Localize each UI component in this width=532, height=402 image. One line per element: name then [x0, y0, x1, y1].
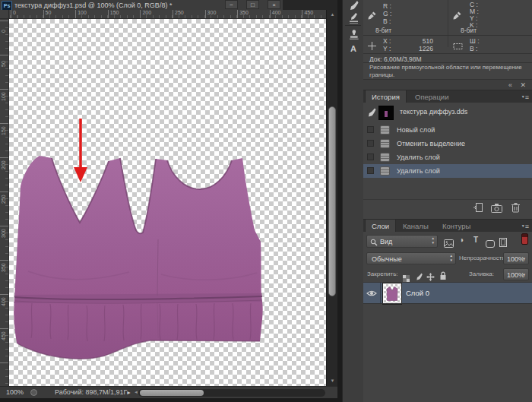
horizontal-scrollbar[interactable]: [138, 389, 325, 397]
document-status-bar: 100% Рабочий: 898,7M/1,91Г ► ◄: [0, 386, 337, 398]
history-source-checkbox[interactable]: [367, 154, 374, 160]
filter-type-layers-icon[interactable]: T: [473, 236, 478, 244]
history-state-icon: [380, 139, 390, 148]
y-label: Y :: [383, 46, 391, 52]
filter-pixel-layers-icon[interactable]: [444, 237, 454, 251]
tab-paths[interactable]: Контуры: [436, 220, 477, 233]
scroll-up-icon[interactable]: ▲: [327, 11, 338, 19]
photoshop-app: Ps текстура диффуз1.psd @ 100% (Слой 0, …: [0, 0, 532, 402]
history-state-row[interactable]: Удалить слой: [363, 150, 532, 164]
opacity-input[interactable]: 100% ▼: [503, 252, 529, 264]
select-arrows-icon: ▲▼: [432, 236, 435, 245]
lock-all-padlock-icon[interactable]: [439, 270, 447, 283]
ruler-left-label: 250: [1, 195, 7, 204]
lock-row: Закрепить: Заливка: 100% ▼: [363, 267, 532, 283]
horizontal-scrollbar-thumb[interactable]: [140, 390, 204, 396]
zoom-level[interactable]: 100%: [6, 387, 24, 398]
document-titlebar[interactable]: Ps текстура диффуз1.psd @ 100% (Слой 0, …: [0, 0, 337, 11]
canvas-area[interactable]: [9, 19, 326, 386]
new-document-from-state-icon[interactable]: [473, 202, 485, 213]
ruler-origin-box[interactable]: [0, 10, 9, 19]
titlebar-filler: [283, 0, 337, 10]
history-state-label: Отменить выделение: [397, 137, 465, 150]
tab-channels[interactable]: Каналы: [397, 220, 435, 233]
ruler-top-label: 50: [46, 10, 52, 16]
vertical-scrollbar[interactable]: ▲ ▼: [326, 10, 337, 386]
character-panel-icon[interactable]: A: [347, 43, 359, 55]
history-state-icon: [380, 153, 390, 162]
layer-filtering-toggle[interactable]: [521, 233, 528, 245]
blend-mode-select[interactable]: Обычные ▲▼: [366, 252, 456, 264]
ruler-top-label: 100: [78, 10, 87, 16]
width-label: Ш :: [470, 38, 480, 45]
status-menu-arrow-icon[interactable]: ►: [126, 387, 131, 398]
ruler-top-label: 200: [142, 10, 151, 16]
minimize-button[interactable]: −: [225, 0, 238, 9]
rgb-depth-label[interactable]: 8-бит: [375, 27, 391, 34]
history-tabbar: История Операции ▼≡: [363, 90, 532, 103]
close-button[interactable]: ×: [268, 0, 280, 9]
horizontal-ruler[interactable]: 050100150200250300350400450500: [9, 10, 326, 19]
layers-divider: [363, 303, 532, 304]
filter-select-value: Вид: [380, 236, 392, 247]
layers-panel-menu-icon[interactable]: ▼≡: [521, 221, 529, 232]
cmyk-depth-label[interactable]: 8-бит: [461, 27, 477, 34]
ruler-top-label: 350: [239, 10, 249, 16]
history-state-row[interactable]: Новый слой: [363, 123, 532, 137]
collapse-panel-icon[interactable]: «: [508, 81, 512, 90]
history-source-checkbox[interactable]: [367, 140, 374, 147]
maximize-button[interactable]: □: [246, 0, 259, 9]
vertical-ruler[interactable]: 050100150200250300350400450: [0, 19, 9, 386]
clone-source-panel-icon[interactable]: [347, 29, 359, 40]
filter-shape-layers-icon[interactable]: [486, 237, 495, 251]
scroll-down-icon[interactable]: ▼: [327, 377, 338, 385]
info-divider: [363, 35, 532, 36]
layer-thumbnail[interactable]: [383, 283, 401, 304]
r-label: R :: [383, 3, 391, 10]
layer-thumbnail-art: [384, 284, 401, 303]
history-snapshot-row[interactable]: текстура диффуз.dds: [363, 104, 532, 122]
tab-history[interactable]: История: [365, 90, 407, 103]
history-state-row-selected[interactable]: Удалить слой: [363, 164, 532, 178]
history-state-label: Удалить слой: [397, 164, 440, 178]
tab-layers[interactable]: Слои: [365, 220, 396, 233]
eyedropper-rgb-icon: [368, 9, 376, 23]
x-value: 510: [407, 38, 433, 45]
info-divider: [363, 53, 532, 54]
layer-visibility-cell[interactable]: [363, 283, 381, 303]
history-panel-menu-icon[interactable]: ▼≡: [521, 92, 529, 103]
close-panel-icon[interactable]: ✕: [520, 81, 526, 90]
ruler-left-label: 0: [1, 30, 7, 33]
blend-mode-value: Обычные: [372, 254, 402, 264]
crosshair-icon: [368, 40, 376, 53]
filter-adjustment-layers-icon[interactable]: ◑: [459, 236, 464, 244]
info-divider: [448, 0, 448, 47]
filter-smart-objects-icon[interactable]: [499, 236, 507, 250]
tab-actions[interactable]: Операции: [409, 90, 454, 103]
brush-presets-panel-icon[interactable]: [347, 13, 359, 24]
ruler-left-label: 100: [1, 92, 7, 101]
info-panel: R : G : B : 8-бит C : M : Y : K : 8-бит …: [363, 0, 532, 79]
fill-input[interactable]: 100% ▼: [503, 268, 529, 280]
history-state-row[interactable]: Отменить выделение: [363, 137, 532, 150]
ruler-top-label: 450: [304, 10, 313, 16]
history-brush-source-icon[interactable]: [366, 107, 376, 121]
ruler-left-label: 300: [1, 229, 7, 238]
ruler-left-label: 200: [1, 160, 7, 169]
ruler-left-label: 50: [1, 61, 7, 67]
history-state-label: Удалить слой: [397, 150, 440, 164]
history-source-checkbox[interactable]: [367, 167, 374, 174]
height-label: В :: [470, 46, 477, 52]
history-source-checkbox[interactable]: [367, 126, 374, 133]
scratch-size: Рабочий: 898,7M/1,91Г: [55, 387, 127, 398]
panel-column: R : G : B : 8-бит C : M : Y : K : 8-бит …: [363, 0, 532, 402]
marquee-icon: [453, 40, 463, 53]
brush-panel-icon[interactable]: [347, 1, 359, 12]
delete-trash-icon[interactable]: [511, 202, 523, 213]
opacity-label: Непрозрачность:: [459, 252, 507, 264]
vertical-scrollbar-thumb[interactable]: [328, 106, 336, 296]
layer-filter-type-select[interactable]: Вид ▲▼: [366, 235, 438, 248]
layer-row-selected[interactable]: Слой 0: [363, 283, 532, 303]
new-snapshot-camera-icon[interactable]: [491, 202, 503, 213]
g-label: G :: [383, 11, 391, 17]
